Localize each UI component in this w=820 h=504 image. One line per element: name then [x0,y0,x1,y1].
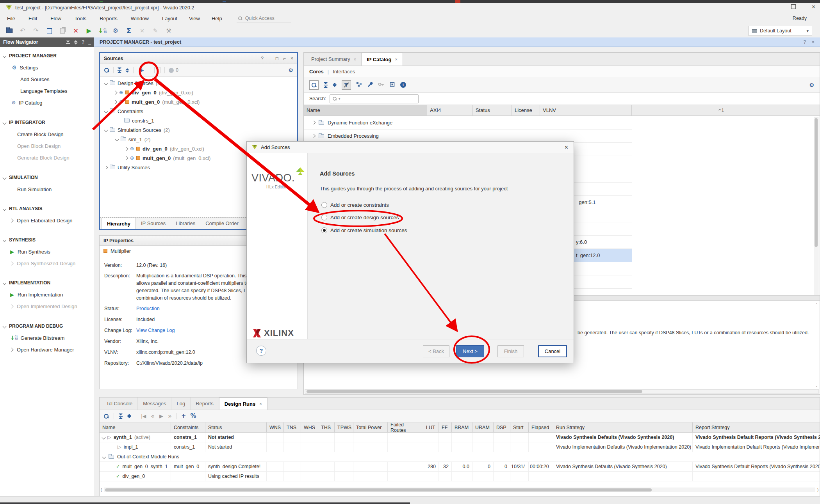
col-run-strategy[interactable]: Run Strategy [553,422,693,432]
collapse-all-icon[interactable] [118,67,121,73]
col-dsp[interactable]: DSP [494,422,510,432]
tree-item-design-sources[interactable]: Design Sources(2) [100,78,297,88]
sidebar-item-run-implementation[interactable]: ▶Run Implementation [0,289,94,300]
sidebar-item-add-sources[interactable]: Add Sources [0,73,94,85]
run-icon[interactable]: ▶ [84,26,94,35]
next-button[interactable]: Next > [456,345,484,357]
col-uram[interactable]: URAM [472,422,494,432]
expand-all-icon[interactable] [125,68,129,73]
dialog-title-bar[interactable]: Add Sources × [247,142,574,153]
column-header-name[interactable]: Name1 [304,105,427,115]
menu-tools[interactable]: Tools [75,16,86,21]
close-icon[interactable]: × [354,57,356,62]
menu-file[interactable]: File [7,16,15,21]
help-button[interactable]: ? [256,346,266,356]
open-project-icon[interactable] [5,26,14,35]
expand-all-icon[interactable] [127,414,131,418]
section-program-debug[interactable]: PROGRAM AND DEBUG [0,320,94,332]
customize-wrench-icon[interactable] [367,82,373,89]
menu-view[interactable]: View [189,16,200,21]
sidebar-item-open-hardware-manager[interactable]: Open Hardware Manager [0,344,94,355]
expand-all-icon[interactable] [74,40,78,44]
column-header-status[interactable]: Status [473,105,512,115]
column-header-vlnv[interactable]: VLNV [540,105,632,115]
section-rtl-analysis[interactable]: RTL ANALYSIS [0,203,94,215]
sources-panel-header[interactable]: Sources ? _ □ ⌐ × [100,53,297,64]
search-icon[interactable] [104,67,109,73]
close-icon[interactable]: × [812,4,815,11]
run-row-ooc-group[interactable]: Out-of-Context Module Runs [100,452,820,462]
float-panel-icon[interactable]: ⌐ [283,56,286,61]
probe-icon[interactable]: ⚒ [164,26,173,35]
tree-item-div-gen[interactable]: ⊕div_gen_0(div_gen_0.xci) [100,88,297,97]
col-elapsed[interactable]: Elapsed [529,422,553,432]
menu-layout[interactable]: Layout [162,16,177,21]
run-row-impl1[interactable]: ▷impl_1 constrs_1 Not started Vivado Imp… [100,442,820,452]
tab-reports[interactable]: Reports [191,398,219,410]
device-chip-icon[interactable] [389,82,395,89]
collapse-all-icon[interactable] [66,41,70,44]
filter-toggle-icon[interactable] [342,80,351,90]
tree-item-mult-gen[interactable]: ⊕mult_gen_0(mult_gen_0.xci) [100,97,297,106]
run-row-mult-gen-synth[interactable]: ✓mult_gen_0_synth_1 mult_gen_0 synth_des… [100,462,820,472]
tab-log[interactable]: Log [171,398,191,410]
column-header-axi4[interactable]: AXI4 [427,105,473,115]
col-report-strategy[interactable]: Report Strategy [693,422,820,432]
sidebar-item-settings[interactable]: ⚙Settings [0,62,94,73]
expand-all-icon[interactable] [333,83,337,87]
scrollbar-thumb[interactable] [105,488,652,492]
tab-project-summary[interactable]: Project Summary× [306,53,361,66]
tab-design-runs[interactable]: Design Runs× [219,398,267,410]
sidebar-item-language-templates[interactable]: Language Templates [0,85,94,97]
scroll-left-icon[interactable]: ⟨ [100,488,102,492]
sidebar-item-run-synthesis[interactable]: ▶Run Synthesis [0,246,94,257]
col-tpws[interactable]: TPWS [335,422,353,432]
maximize-panel-icon[interactable]: □ [276,56,278,61]
col-ths[interactable]: THS [318,422,335,432]
col-wns[interactable]: WNS [267,422,284,432]
column-header-license[interactable]: License [512,105,540,115]
maximize-icon[interactable] [791,4,796,9]
change-log-link[interactable]: View Change Log [136,327,175,334]
sidebar-item-generate-bitstream[interactable]: ↓0110Generate Bitstream [0,332,94,344]
sum-icon[interactable]: Σ [124,26,134,35]
menu-edit[interactable]: Edit [29,16,37,21]
tab-ip-catalog[interactable]: IP Catalog× [361,53,403,66]
tree-item-simulation-sources[interactable]: Simulation Sources(2) [100,125,297,135]
minimize-panel-icon[interactable]: _ [268,56,271,61]
radio-add-constraints[interactable]: Add or create constraints [321,202,389,208]
col-failed-routes[interactable]: Failed Routes [388,422,423,432]
menu-help[interactable]: Help [212,16,222,21]
menu-window[interactable]: Window [131,16,149,21]
layout-selector[interactable]: Default Layout ▾ [749,26,812,36]
percent-icon[interactable]: % [190,413,196,419]
col-constraints[interactable]: Constraints [171,422,205,432]
scrollbar-thumb[interactable] [307,390,642,393]
tab-hierarchy[interactable]: Hierarchy [102,218,136,229]
status-link[interactable]: Production [136,305,160,312]
section-ip-integrator[interactable]: IP INTEGRATOR [0,117,94,128]
gear-icon[interactable]: ⚙ [288,67,293,73]
radio-add-design-sources[interactable]: Add or create design sources [321,215,399,220]
sidebar-item-ip-catalog[interactable]: ⊕IP Catalog [0,97,94,108]
settings-gear-icon[interactable]: ⚙ [111,26,120,35]
menu-flow[interactable]: Flow [50,16,61,21]
collapse-all-icon[interactable] [119,413,123,419]
tab-ip-sources[interactable]: IP Sources [136,218,171,229]
gear-icon[interactable]: ⚙ [809,82,814,88]
close-icon[interactable]: × [565,144,568,151]
scrollbar-thumb[interactable] [815,118,818,247]
col-status[interactable]: Status [205,422,267,432]
collapse-all-icon[interactable] [324,82,328,88]
report-icon[interactable] [45,26,54,35]
tab-libraries[interactable]: Libraries [171,218,200,229]
cancel-button[interactable]: Cancel [538,345,567,357]
tab-compile-order[interactable]: Compile Order [200,218,244,229]
tab-tcl-console[interactable]: Tcl Console [101,398,138,410]
help-icon[interactable]: ? [82,39,84,45]
run-row-synth1[interactable]: ▷synth_1(active) constrs_1 Not started V… [100,433,820,442]
col-start[interactable]: Start [510,422,529,432]
tab-messages[interactable]: Messages [138,398,171,410]
close-icon[interactable]: × [291,56,293,61]
menu-reports[interactable]: Reports [100,16,118,21]
